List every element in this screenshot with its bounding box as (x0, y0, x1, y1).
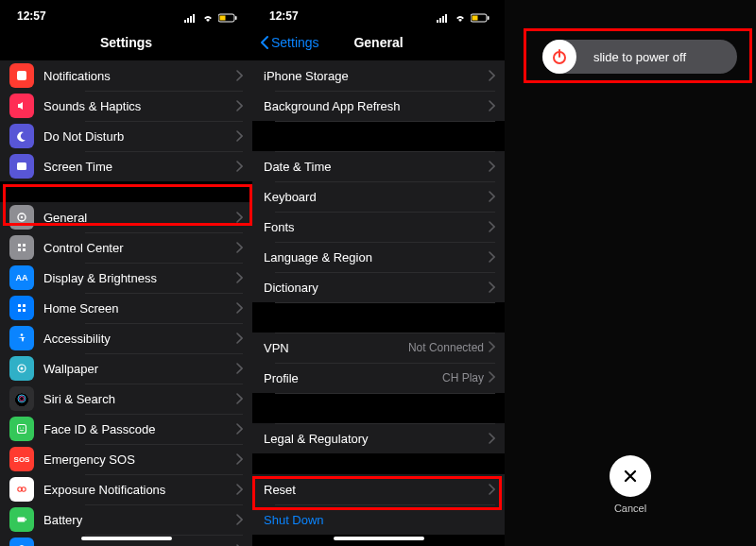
row-vpn[interactable]: VPNNot Connected (252, 333, 505, 363)
svg-point-10 (21, 216, 23, 218)
svg-rect-16 (18, 304, 21, 307)
nav-header: Settings General (252, 25, 505, 60)
row-general[interactable]: General (0, 202, 252, 232)
svg-rect-12 (23, 244, 26, 247)
row-value: Not Connected (408, 341, 484, 354)
home-indicator[interactable] (334, 537, 424, 540)
row-lang[interactable]: Language & Region (252, 242, 505, 272)
row-dict[interactable]: Dictionary (252, 272, 505, 302)
svg-rect-3 (193, 14, 195, 23)
svg-point-24 (20, 397, 25, 401)
row-label: Background App Refresh (264, 99, 401, 113)
chevron-right-icon (235, 242, 243, 253)
chevron-right-icon (235, 161, 243, 172)
dnd-icon (9, 124, 34, 148)
row-controlcenter[interactable]: Control Center (0, 232, 252, 263)
row-faceid[interactable]: Face ID & Passcode (0, 414, 252, 444)
clock: 12:57 (17, 9, 46, 23)
chevron-right-icon (235, 272, 243, 283)
svg-point-22 (21, 367, 24, 370)
cancel-button[interactable] (610, 455, 651, 497)
row-screentime[interactable]: Screen Time (0, 151, 252, 181)
row-label: Exposure Notifications (43, 483, 165, 497)
svg-rect-14 (23, 248, 26, 251)
chevron-right-icon (488, 341, 495, 355)
row-homescreen[interactable]: Home Screen (0, 293, 252, 323)
row-legal[interactable]: Legal & Regulatory (252, 423, 505, 453)
redacted-row (252, 393, 505, 423)
row-label: Sounds & Haptics (43, 99, 141, 113)
svg-rect-25 (18, 425, 26, 434)
row-accessibility[interactable]: Accessibility (0, 323, 252, 353)
wifi-icon (201, 13, 215, 23)
status-bar: 12:57 (252, 0, 505, 25)
svg-rect-37 (472, 16, 478, 21)
panel-general: 12:57 Settings General iPhone Storage Ba… (252, 0, 505, 546)
page-title: Settings (100, 35, 152, 50)
row-notifications[interactable]: Notifications (0, 60, 252, 91)
svg-rect-17 (23, 304, 26, 307)
notifications-icon (9, 63, 34, 88)
row-date[interactable]: Date & Time (252, 151, 505, 181)
redacted-row (252, 121, 505, 151)
row-dnd[interactable]: Do Not Disturb (0, 121, 252, 151)
back-button[interactable]: Settings (260, 25, 319, 60)
svg-rect-0 (184, 20, 186, 23)
row-sos[interactable]: SOS Emergency SOS (0, 444, 252, 474)
svg-rect-18 (18, 309, 21, 312)
row-keyboard[interactable]: Keyboard (252, 181, 505, 212)
row-storage[interactable]: iPhone Storage (252, 60, 505, 91)
row-label: Reset (264, 483, 296, 497)
sos-icon: SOS (9, 447, 34, 471)
accessibility-icon (9, 326, 34, 350)
svg-point-27 (23, 427, 24, 428)
cellular-icon (437, 13, 450, 23)
row-refresh[interactable]: Background App Refresh (252, 91, 505, 121)
chevron-right-icon (488, 251, 495, 263)
svg-rect-33 (439, 18, 441, 23)
faceid-icon (9, 417, 34, 441)
svg-rect-31 (26, 519, 26, 520)
battery-settings-icon (9, 507, 34, 532)
svg-rect-19 (23, 309, 26, 312)
svg-rect-11 (18, 244, 21, 247)
row-display[interactable]: AA Display & Brightness (0, 263, 252, 293)
row-shutdown[interactable]: Shut Down (252, 504, 505, 535)
row-label: Home Screen (43, 301, 118, 316)
row-battery[interactable]: Battery (0, 504, 252, 535)
poweroff-thumb[interactable] (542, 40, 576, 74)
row-label: Display & Brightness (43, 271, 157, 285)
svg-rect-2 (190, 16, 192, 23)
cellular-icon (184, 13, 198, 23)
row-label: Keyboard (264, 190, 317, 204)
row-label: Profile (264, 371, 299, 385)
svg-rect-38 (488, 16, 490, 20)
row-profile[interactable]: ProfileCH Play (252, 363, 505, 393)
general-list: iPhone Storage Background App Refresh Da… (252, 60, 505, 535)
row-reset[interactable]: Reset (252, 474, 505, 504)
row-exposure[interactable]: Exposure Notifications (0, 474, 252, 504)
home-indicator[interactable] (81, 537, 172, 540)
wallpaper-icon (9, 356, 34, 381)
chevron-right-icon (235, 212, 243, 223)
row-wallpaper[interactable]: Wallpaper (0, 353, 252, 384)
redacted-row (252, 302, 505, 333)
row-siri[interactable]: Siri & Search (0, 384, 252, 414)
chevron-right-icon (235, 363, 243, 374)
row-label: Screen Time (43, 160, 112, 174)
chevron-right-icon (488, 221, 495, 232)
screentime-icon (9, 154, 34, 179)
svg-rect-8 (17, 162, 26, 170)
controlcenter-icon (9, 235, 34, 260)
row-fonts[interactable]: Fonts (252, 212, 505, 242)
back-label: Settings (271, 35, 319, 50)
status-bar: 12:57 (0, 0, 252, 25)
row-label: Control Center (43, 241, 124, 255)
display-icon: AA (9, 265, 34, 290)
row-label: Shut Down (264, 513, 324, 527)
exposure-icon (9, 477, 34, 502)
row-label: Face ID & Passcode (43, 422, 156, 436)
chevron-right-icon (235, 302, 243, 314)
close-icon (622, 468, 639, 485)
row-sounds[interactable]: Sounds & Haptics (0, 91, 252, 121)
